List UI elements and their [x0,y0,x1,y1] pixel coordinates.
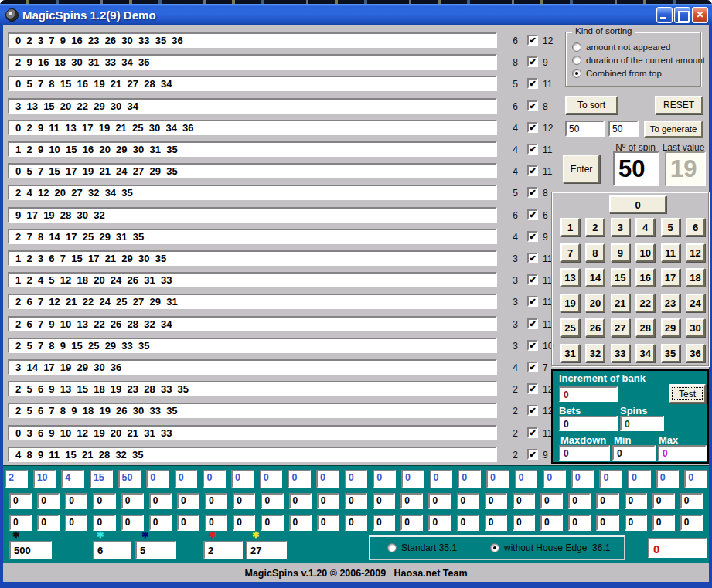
bet-cell[interactable]: 0 [513,493,535,509]
row-checkbox[interactable]: ✔ [527,274,538,285]
sequence-input[interactable]: 2 5 6 9 13 15 18 19 23 28 33 35 [8,381,497,396]
numpad-button-35[interactable]: 35 [661,344,680,362]
row-checkbox[interactable]: ✔ [527,296,538,307]
bet-cell[interactable]: 0 [65,493,87,509]
numpad-button-34[interactable]: 34 [635,344,655,362]
bet-cell[interactable]: 0 [316,470,339,488]
row-checkbox[interactable]: ✔ [527,340,538,351]
bet-cell[interactable]: 0 [652,515,675,531]
bet-cell[interactable]: 0 [373,515,395,531]
bet-cell[interactable]: 10 [33,470,56,488]
bet-cell[interactable]: 50 [118,470,141,488]
row-checkbox[interactable]: ✔ [527,100,538,111]
generate-count-input[interactable]: 50 [565,121,605,137]
bet-cell[interactable]: 0 [680,493,703,509]
numpad-button-4[interactable]: 4 [635,218,655,236]
bet-cell[interactable]: 0 [289,515,312,531]
numpad-button-0[interactable]: 0 [609,195,666,213]
bets-field[interactable]: 0 [559,416,618,431]
sequence-input[interactable]: 3 14 17 19 29 30 36 [8,359,497,375]
bet-cell[interactable]: 0 [233,515,255,531]
sequence-input[interactable]: 1 2 3 6 7 15 17 21 29 30 35 [8,250,497,266]
row-checkbox[interactable]: ✔ [527,78,538,89]
numpad-button-32[interactable]: 32 [585,344,605,362]
max-field[interactable]: 0 [658,445,707,461]
title-bar[interactable]: MagicSpins 1.2(9) Demo [0,4,712,25]
numpad-button-21[interactable]: 21 [611,294,630,312]
sequence-input[interactable]: 2 6 7 12 21 22 24 25 27 29 31 [8,294,497,309]
numpad-button-25[interactable]: 25 [560,318,580,337]
numpad-button-14[interactable]: 14 [585,268,605,287]
row-checkbox[interactable]: ✔ [527,122,538,133]
numpad-button-13[interactable]: 13 [560,268,580,287]
payout-option-0[interactable]: Standart 35:1 [387,542,457,553]
numpad-button-6[interactable]: 6 [686,218,705,236]
bet-cell[interactable]: 0 [540,515,563,531]
row-checkbox[interactable]: ✔ [527,427,538,438]
sequence-input[interactable]: 2 7 8 14 17 25 29 31 35 [8,229,497,244]
bet-cell[interactable]: 0 [289,493,312,509]
bet-cell[interactable]: 0 [233,493,255,509]
bet-cell[interactable]: 0 [175,470,198,488]
numpad-button-29[interactable]: 29 [661,318,680,337]
bet-cell[interactable]: 0 [401,470,424,488]
bet-cell[interactable]: 0 [149,493,172,509]
to-sort-button[interactable]: To sort [565,96,618,114]
numpad-button-8[interactable]: 8 [585,243,605,262]
numpad-button-7[interactable]: 7 [560,243,580,262]
sequence-input[interactable]: 2 5 7 8 9 15 25 29 33 35 [8,338,497,353]
numpad-button-31[interactable]: 31 [560,344,580,362]
bet-cell[interactable]: 0 [146,470,169,488]
numpad-button-11[interactable]: 11 [661,243,680,262]
bet-cell[interactable]: 0 [317,515,339,531]
sequence-input[interactable]: 2 9 16 18 30 31 33 34 36 [8,54,497,70]
numpad-button-3[interactable]: 3 [611,218,630,236]
sorting-option-0[interactable]: amount not appeared [572,42,700,52]
row-checkbox[interactable]: ✔ [527,449,538,460]
numpad-button-15[interactable]: 15 [611,268,630,287]
bet-cell[interactable]: 0 [400,493,423,509]
enter-button[interactable]: Enter [563,155,600,183]
numpad-button-26[interactable]: 26 [585,318,605,337]
radio-icon[interactable] [572,56,581,65]
radio-icon[interactable] [490,543,499,552]
close-button[interactable] [692,7,708,23]
bet-cell[interactable]: 0 [288,470,311,488]
bet-cell[interactable]: 0 [9,515,32,531]
payout-option-1[interactable]: without House Edge 36:1 [490,542,610,553]
bet-cell[interactable]: 0 [205,515,227,531]
sequence-input[interactable]: 1 2 4 5 12 18 20 24 26 31 33 [8,272,497,287]
bet-cell[interactable]: 0 [345,515,367,531]
numpad-button-17[interactable]: 17 [661,268,680,287]
numpad-button-9[interactable]: 9 [611,243,630,262]
numpad-button-36[interactable]: 36 [686,344,705,362]
numpad-button-16[interactable]: 16 [635,268,655,287]
bet-cell[interactable]: 0 [428,493,451,509]
bet-cell[interactable]: 0 [571,470,594,488]
bet-cell[interactable]: 0 [121,515,144,531]
bet-cell[interactable]: 0 [680,515,703,531]
bet-cell[interactable]: 0 [628,470,651,488]
numpad-button-23[interactable]: 23 [661,294,680,312]
bet-cell[interactable]: 0 [345,470,368,488]
bet-cell[interactable]: 0 [540,493,563,509]
bet-cell[interactable]: 0 [625,493,647,509]
sequence-input[interactable]: 3 13 15 20 22 29 30 34 [8,98,497,114]
bet-cell[interactable]: 2 [5,470,28,488]
bet-cell[interactable]: 0 [231,470,254,488]
bet-cell[interactable]: 0 [515,470,538,488]
bet-cell[interactable]: 0 [37,515,60,531]
sequence-input[interactable]: 0 5 7 15 17 19 21 24 27 29 35 [8,163,497,178]
stake-input-4[interactable]: 27 [246,541,287,559]
bet-cell[interactable]: 0 [373,493,395,509]
sequence-input[interactable]: 0 2 3 7 9 16 23 26 30 33 35 36 [8,32,497,48]
sequence-input[interactable]: 1 2 9 10 15 16 20 29 30 31 35 [8,141,497,157]
bet-cell[interactable]: 0 [568,493,591,509]
spin-number-field[interactable]: 50 [613,151,659,186]
row-checkbox[interactable]: ✔ [527,187,538,198]
bet-cell[interactable]: 0 [317,493,339,509]
sequence-input[interactable]: 0 3 6 9 10 12 19 20 21 31 33 [8,425,497,440]
numpad-button-2[interactable]: 2 [585,218,605,236]
bet-cell[interactable]: 0 [93,515,115,531]
sorting-option-1[interactable]: duration of the current amount [572,56,700,65]
